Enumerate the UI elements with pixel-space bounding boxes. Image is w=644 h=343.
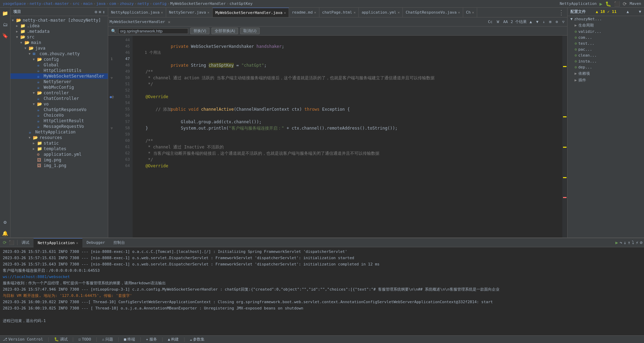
maven-item-plugins[interactable]: ▶ 插件 xyxy=(568,77,644,83)
maven-collapse-icon[interactable]: ▼ xyxy=(639,9,641,14)
close-search-button[interactable]: 取消(U) xyxy=(240,28,259,34)
tree-webmvcconfig[interactable]: ☕ WebMvcConfig xyxy=(10,85,108,90)
debug-stop-icon[interactable]: ⬛ xyxy=(9,240,14,245)
sidebar-layout-icon[interactable]: ≡ xyxy=(99,9,101,14)
tab-mywebsocket-close[interactable]: ✕ xyxy=(284,11,286,15)
breadcrumb-main[interactable]: main xyxy=(83,1,93,6)
tree-package[interactable]: ▼ ⊞ com.zhouzy.netty xyxy=(10,51,108,57)
status-services[interactable]: ✦ 服务 xyxy=(146,337,157,342)
replace-down-btn[interactable]: ↓ xyxy=(541,19,547,24)
replace-button[interactable]: 替换(V) xyxy=(190,28,209,34)
status-git[interactable]: ⎇ Version Control xyxy=(3,337,43,342)
tree-java[interactable]: ▼ 📂 java xyxy=(10,45,108,51)
breadcrumb-netty[interactable]: netty xyxy=(138,1,149,6)
tree-appyml[interactable]: ⚙ application.yml xyxy=(10,152,108,157)
filter-btn[interactable]: ⊞ xyxy=(548,19,553,24)
fold-icon-49[interactable]: ▽ xyxy=(108,75,115,81)
tab-chatpage[interactable]: chatPage.html ✕ xyxy=(319,8,359,17)
clear-console-icon[interactable]: ⊘ xyxy=(640,240,643,245)
tree-root[interactable]: ▼ 📂 netty-chat-master [zhouzyNetty] xyxy=(10,17,108,23)
project-icon[interactable]: 📁 xyxy=(1,9,9,17)
resume-icon[interactable]: ▶ xyxy=(615,240,618,245)
tree-vo[interactable]: ▼ 📂 vo xyxy=(10,101,108,107)
breadcrumb-config[interactable]: config xyxy=(153,1,166,6)
maven-item-zhouzyne[interactable]: ▼ zhouzyNet... xyxy=(568,16,644,22)
sidebar-sort-icon[interactable]: ↕ xyxy=(103,9,105,14)
notifications-icon[interactable]: 🔔 xyxy=(1,229,9,238)
maven-item-pac[interactable]: ⚙ pac... xyxy=(568,46,644,52)
tree-metadata[interactable]: ▶ 📁 .metadata xyxy=(10,29,108,34)
tree-static[interactable]: ▶ 📁 static xyxy=(10,140,108,146)
fold-icon-58[interactable]: ▽ xyxy=(108,125,115,131)
status-terminal[interactable]: ■ 终端 xyxy=(124,337,135,342)
tab-readme[interactable]: readme.md ✕ xyxy=(289,8,319,17)
bottom-tab-nettyapp[interactable]: NettyApplication ✕ xyxy=(34,238,82,247)
settings-icon[interactable]: ⚙ xyxy=(554,19,560,24)
status-debug[interactable]: 🐛 调试 xyxy=(54,337,68,342)
tree-idea[interactable]: ▶ 📁 .idea xyxy=(10,23,108,29)
toggle-case-btn[interactable]: Cc xyxy=(487,19,494,24)
tree-resources[interactable]: ▼ 📂 resources xyxy=(10,135,108,140)
tree-mywebsocket[interactable]: ☕ MyWebSocketServerHandler xyxy=(10,73,108,79)
sidebar-gear-icon[interactable]: ⚙ xyxy=(95,9,97,14)
maven-item-clean[interactable]: ⚙ clean... xyxy=(568,52,644,58)
tab-nettyapplication[interactable]: NettyApplication.java ✕ xyxy=(108,8,166,17)
code-content[interactable]: private WebSocketServerHandshaker handsh… xyxy=(133,36,562,238)
bookmarks-icon[interactable]: 🔖 xyxy=(1,31,9,40)
breadcrumb-yaogespace[interactable]: yaogeSpace xyxy=(3,1,26,6)
tab-appyml[interactable]: application.yml ✕ xyxy=(359,8,403,17)
update-button[interactable]: ⟳ xyxy=(623,1,627,7)
run-to-cursor-icon[interactable]: ⤵ xyxy=(632,240,634,245)
tree-global[interactable]: ☕ Global xyxy=(10,62,108,68)
debug-button[interactable]: 🐛 xyxy=(605,1,611,7)
step-into-icon[interactable]: ↓ xyxy=(624,240,627,245)
tree-main[interactable]: ▼ 📂 main xyxy=(10,40,108,45)
close-find-icon[interactable]: ✕ xyxy=(168,20,170,24)
tab-appyml-close[interactable]: ✕ xyxy=(398,10,400,14)
step-out-icon[interactable]: ↑ xyxy=(628,240,631,245)
tab-readme-close[interactable]: ✕ xyxy=(314,10,316,14)
tab-chatpage-close[interactable]: ✕ xyxy=(354,10,356,14)
status-todo[interactable]: ☑ TODO xyxy=(79,337,91,342)
tab-ch-close[interactable]: ✕ xyxy=(472,10,474,14)
breadcrumb-com[interactable]: com xyxy=(109,1,116,6)
maven-item-insta[interactable]: ⚙ insta... xyxy=(568,58,644,64)
run-button[interactable]: ▶ xyxy=(599,1,602,7)
settings-icon[interactable]: ⚙ xyxy=(1,218,9,226)
toggle-word-btn[interactable]: W xyxy=(495,19,501,24)
status-problems[interactable]: ⚠ 问题 xyxy=(102,337,113,342)
evaluate-icon[interactable]: ⚡ xyxy=(636,240,638,245)
tree-chatcontroller[interactable]: ☕ ChatController xyxy=(10,96,108,101)
tree-img1png[interactable]: 🖼 img_1.png xyxy=(10,163,108,168)
breadcrumb-netty-chat[interactable]: netty-chat-master xyxy=(30,1,69,6)
tree-imgpng[interactable]: 🖼 img.png xyxy=(10,157,108,163)
find-input[interactable] xyxy=(118,28,188,34)
tab-chatgptvo[interactable]: ChatGptResponseVo.java ✕ xyxy=(403,8,463,17)
breadcrumb-handler[interactable]: MyWebSocketServerHandler xyxy=(170,1,226,6)
tree-httpclientresult[interactable]: ☕ HttpClientResult xyxy=(10,118,108,124)
tree-httpclientutils[interactable]: ☕ HttpClientUtils xyxy=(10,68,108,73)
tree-src[interactable]: ▼ 📂 src xyxy=(10,34,108,40)
prev-match-btn[interactable]: ▲ xyxy=(528,19,533,24)
next-match-btn[interactable]: ▼ xyxy=(535,19,540,24)
bottom-tab-debugger[interactable]: Debugger xyxy=(82,238,109,247)
bottom-tab-console[interactable]: 控制台 xyxy=(109,238,129,247)
tab-nettyapplication-close[interactable]: ✕ xyxy=(161,10,163,14)
breadcrumb-java[interactable]: java xyxy=(96,1,106,6)
tab-chatgptvo-close[interactable]: ✕ xyxy=(458,10,460,14)
breadcrumb-chatgptkey[interactable]: chatGptKey xyxy=(229,1,252,6)
step-over-icon[interactable]: ↷ xyxy=(620,240,622,245)
maven-item-test[interactable]: ⚙ test... xyxy=(568,41,644,46)
tab-more-button[interactable]: ⋮ xyxy=(555,9,567,16)
maven-item-validir[interactable]: ⚙ validir... xyxy=(568,29,644,35)
breadcrumb-zhouzy[interactable]: zhouzy xyxy=(120,1,134,6)
tree-nettyapp[interactable]: ☕ NettyApplication xyxy=(10,129,108,135)
tree-choicevo[interactable]: ☕ ChoiceVo xyxy=(10,112,108,118)
bottom-tab-debug[interactable]: 调试 xyxy=(17,238,34,247)
tab-nettyserver[interactable]: NettyServer.java ✕ xyxy=(166,8,213,17)
maven-label[interactable]: Maven xyxy=(630,1,641,6)
stop-button[interactable]: ⬛ xyxy=(614,1,620,7)
tree-messagerequest[interactable]: ☕ MessageRequestVo xyxy=(10,124,108,129)
tab-nettyserver-close[interactable]: ✕ xyxy=(207,10,209,14)
maven-item-deps[interactable]: ▶ 依赖项 xyxy=(568,70,644,77)
